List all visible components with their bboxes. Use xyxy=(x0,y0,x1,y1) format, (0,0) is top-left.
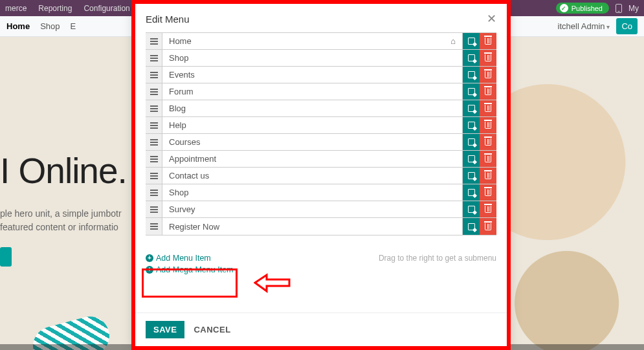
menu-list: Home⌂ShopEventsForumBlogHelpCoursesAppoi… xyxy=(146,32,496,235)
edit-icon[interactable] xyxy=(463,117,480,133)
menu-row: Appointment xyxy=(146,151,496,168)
menu-row: Blog xyxy=(146,100,496,117)
modal-header: Edit Menu ✕ xyxy=(135,4,507,32)
drag-handle-icon[interactable] xyxy=(146,100,162,116)
delete-icon[interactable] xyxy=(480,50,496,66)
topbar-right: ✓ Published My xyxy=(556,3,639,14)
edit-icon[interactable] xyxy=(463,218,480,235)
plus-icon: + xyxy=(146,254,153,262)
menu-item-label[interactable]: Register Now xyxy=(162,218,463,235)
delete-icon[interactable] xyxy=(480,83,496,100)
menu-row: Help xyxy=(146,117,496,134)
user-dropdown[interactable]: itchell Admin xyxy=(558,21,610,31)
menu-item-label[interactable]: Contact us xyxy=(162,168,463,184)
menu-row: Survey xyxy=(146,201,496,218)
check-icon: ✓ xyxy=(560,4,568,12)
nav-item-e[interactable]: E xyxy=(71,21,76,31)
plus-icon: + xyxy=(146,266,153,274)
hero-button[interactable] xyxy=(0,247,12,267)
delete-icon[interactable] xyxy=(480,168,496,184)
modal-title: Edit Menu xyxy=(146,14,190,25)
menu-row: Shop xyxy=(146,184,496,201)
menu-item-label[interactable]: Forum xyxy=(162,83,463,100)
drag-handle-icon[interactable] xyxy=(146,50,162,66)
add-mega-menu-label: Add Mega Menu Item xyxy=(156,265,234,274)
menu-item-label[interactable]: Events xyxy=(162,67,463,83)
menu-item-label[interactable]: Help xyxy=(162,117,463,133)
add-mega-menu-item-link[interactable]: + Add Mega Menu Item xyxy=(146,265,234,274)
drag-hint: Drag to the right to get a submenu xyxy=(379,254,496,263)
nav-left: Home Shop E xyxy=(6,21,76,31)
add-block: + Add Menu Item + Add Mega Menu Item Dra… xyxy=(146,254,496,274)
delete-icon[interactable] xyxy=(480,100,496,116)
drag-handle-icon[interactable] xyxy=(146,134,162,150)
menu-row: Events xyxy=(146,67,496,83)
edit-icon[interactable] xyxy=(463,134,480,150)
nav-right: itchell Admin Co xyxy=(558,18,638,34)
delete-icon[interactable] xyxy=(480,184,496,201)
published-label: Published xyxy=(572,5,603,12)
edit-menu-modal: Edit Menu ✕ Home⌂ShopEventsForumBlogHelp… xyxy=(135,4,507,346)
published-toggle[interactable]: ✓ Published xyxy=(556,3,609,14)
drag-handle-icon[interactable] xyxy=(146,83,162,100)
drag-handle-icon[interactable] xyxy=(146,184,162,201)
delete-icon[interactable] xyxy=(480,33,496,49)
cancel-button[interactable]: CANCEL xyxy=(194,325,230,334)
edit-icon[interactable] xyxy=(463,50,480,66)
drag-handle-icon[interactable] xyxy=(146,218,162,235)
menu-row: Courses xyxy=(146,134,496,151)
topbar-item[interactable]: Reporting xyxy=(38,4,72,13)
menu-item-label[interactable]: Home⌂ xyxy=(162,33,463,49)
edit-icon[interactable] xyxy=(463,100,480,116)
menu-row: Contact us xyxy=(146,168,496,184)
edit-icon[interactable] xyxy=(463,67,480,83)
drag-handle-icon[interactable] xyxy=(146,201,162,217)
add-menu-item-link[interactable]: + Add Menu Item xyxy=(146,254,234,263)
delete-icon[interactable] xyxy=(480,151,496,167)
modal-footer: SAVE CANCEL xyxy=(135,312,507,346)
menu-row: Shop xyxy=(146,50,496,67)
drag-handle-icon[interactable] xyxy=(146,151,162,167)
home-icon: ⌂ xyxy=(450,36,456,46)
edit-icon[interactable] xyxy=(463,151,480,167)
menu-row: Home⌂ xyxy=(146,33,496,50)
delete-icon[interactable] xyxy=(480,218,496,235)
drag-handle-icon[interactable] xyxy=(146,117,162,133)
modal-body: Home⌂ShopEventsForumBlogHelpCoursesAppoi… xyxy=(135,32,507,312)
nav-item-home[interactable]: Home xyxy=(6,21,30,31)
hero-text: I Online. ple hero unit, a simple jumbot… xyxy=(0,150,127,268)
menu-row: Register Now xyxy=(146,218,496,235)
add-menu-item-label: Add Menu Item xyxy=(156,254,211,263)
topbar-item[interactable]: merce xyxy=(5,4,27,13)
edit-icon[interactable] xyxy=(463,33,480,49)
save-button[interactable]: SAVE xyxy=(146,321,184,338)
menu-item-label[interactable]: Courses xyxy=(162,134,463,150)
hero-line1: ple hero unit, a simple jumbotr xyxy=(0,208,122,219)
menu-item-label[interactable]: Appointment xyxy=(162,151,463,167)
edit-icon[interactable] xyxy=(463,201,480,217)
edit-icon[interactable] xyxy=(463,83,480,100)
topbar-my[interactable]: My xyxy=(628,4,639,13)
edit-icon[interactable] xyxy=(463,184,480,201)
menu-item-label[interactable]: Shop xyxy=(162,50,463,66)
delete-icon[interactable] xyxy=(480,134,496,150)
close-icon[interactable]: ✕ xyxy=(487,13,496,25)
cta-button[interactable]: Co xyxy=(616,18,638,34)
menu-row: Forum xyxy=(146,83,496,100)
nav-item-shop[interactable]: Shop xyxy=(40,21,60,31)
mobile-icon[interactable] xyxy=(616,4,622,13)
delete-icon[interactable] xyxy=(480,201,496,217)
drag-handle-icon[interactable] xyxy=(146,168,162,184)
menu-item-label[interactable]: Blog xyxy=(162,100,463,116)
topbar-item[interactable]: Configuration xyxy=(83,4,129,13)
topbar-left: merce Reporting Configuration xyxy=(5,4,130,13)
delete-icon[interactable] xyxy=(480,117,496,133)
hero-line2: featured content or informatio xyxy=(0,222,118,232)
edit-icon[interactable] xyxy=(463,168,480,184)
delete-icon[interactable] xyxy=(480,67,496,83)
drag-handle-icon[interactable] xyxy=(146,33,162,49)
menu-item-label[interactable]: Survey xyxy=(162,201,463,217)
drag-handle-icon[interactable] xyxy=(146,67,162,83)
menu-item-label[interactable]: Shop xyxy=(162,184,463,201)
hero-title: I Online. xyxy=(0,150,127,191)
